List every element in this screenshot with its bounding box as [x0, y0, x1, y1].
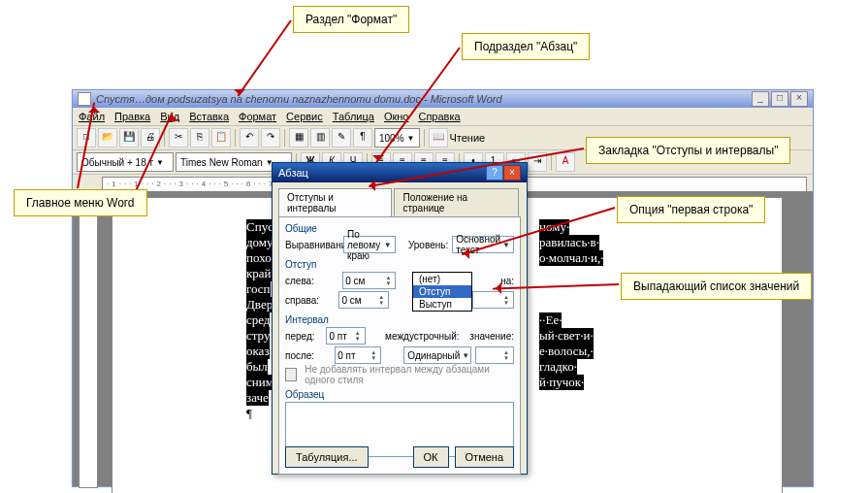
drawing-icon[interactable]: ✎: [332, 128, 351, 148]
menu-table[interactable]: Таблица: [333, 111, 374, 122]
copy-icon[interactable]: ⎘: [190, 128, 209, 148]
no-space-same-style-label: Не добавлять интервал между абзацами одн…: [305, 364, 514, 385]
spacing-before-spinner[interactable]: 0 пт▲▼: [326, 327, 365, 345]
selected-text: дому: [246, 235, 273, 250]
spacing-before-label: перед:: [285, 331, 322, 342]
selected-text: стру: [246, 328, 270, 344]
group-indent: Отступ слева: 0 см▲▼ первая строка: на: …: [285, 259, 514, 309]
menu-edit[interactable]: Правка: [114, 111, 150, 122]
line-spacing-at-spinner[interactable]: ▲▼: [475, 346, 514, 364]
word-titlebar: Спустя…дом podsuzatsya na chenomu naznaz…: [73, 90, 813, 108]
line-spacing-combo[interactable]: Одинарный▼: [403, 346, 471, 364]
open-icon[interactable]: 📂: [98, 128, 117, 148]
callout-main-menu: Главное меню Word: [14, 189, 147, 216]
menu-format[interactable]: Формат: [239, 111, 276, 122]
columns-icon[interactable]: ▥: [310, 128, 330, 148]
tabulation-button[interactable]: Табуляция...: [285, 446, 369, 468]
callout-indent-tab: Закладка "Отступы и интервалы": [586, 137, 790, 164]
save-icon[interactable]: 💾: [119, 128, 139, 148]
paragraph-mark: ¶: [246, 406, 252, 421]
group-preview-title: Образец: [285, 389, 514, 400]
vertical-ruler[interactable]: [79, 191, 98, 488]
close-button[interactable]: ×: [790, 91, 808, 107]
selected-text: сним: [246, 375, 273, 390]
level-label: Уровень:: [408, 240, 448, 250]
alignment-label: Выравнивание:: [285, 240, 339, 250]
word-title-text: Спустя…дом podsuzatsya na chenomu naznaz…: [96, 93, 502, 105]
spacing-after-label: после:: [285, 350, 331, 361]
selected-text: е·волосы,·: [539, 344, 594, 359]
cut-icon[interactable]: ✂: [169, 128, 188, 148]
dropdown-item-none[interactable]: (нет): [413, 273, 471, 285]
group-general-title: Общие: [285, 223, 514, 234]
menu-help[interactable]: Справка: [418, 111, 460, 122]
table-icon[interactable]: ▦: [289, 128, 308, 148]
menu-insert[interactable]: Вставка: [189, 111, 229, 122]
dropdown-item-hanging[interactable]: Выступ: [413, 298, 471, 311]
dialog-body: Общие Выравнивание: По левому краю▼ Уров…: [278, 216, 521, 475]
maximize-button[interactable]: □: [771, 91, 788, 107]
no-space-same-style-checkbox[interactable]: [285, 368, 297, 381]
selected-text: гладко·: [539, 359, 577, 375]
read-label: Чтение: [450, 132, 486, 144]
first-line-on-label: на:: [500, 276, 514, 286]
read-icon[interactable]: 📖: [429, 128, 448, 148]
paragraph-dialog: Абзац ? × Отступы и интервалы Положение …: [272, 162, 528, 475]
selected-text: й·пучок·: [539, 375, 584, 390]
spacing-after-spinner[interactable]: 0 пт▲▼: [335, 346, 381, 364]
first-line-dropdown-list[interactable]: (нет) Отступ Выступ: [412, 272, 472, 312]
callout-first-line-option: Опция "первая строка": [617, 196, 765, 223]
show-marks-icon[interactable]: ¶: [353, 128, 372, 148]
dialog-tabs: Отступы и интервалы Положение на страниц…: [278, 188, 521, 216]
tab-indents-spacing[interactable]: Отступы и интервалы: [278, 188, 392, 216]
selected-text: похо: [246, 250, 272, 266]
group-spacing: Интервал перед: 0 пт▲▼ междустрочный: зн…: [285, 314, 514, 383]
font-color-icon[interactable]: A: [556, 152, 575, 172]
dialog-title-text: Абзац: [278, 167, 308, 179]
selected-text: госп: [246, 281, 271, 297]
dialog-close-icon[interactable]: ×: [503, 165, 521, 181]
indent-right-label: справа:: [285, 295, 335, 306]
selected-text: ··Ее·: [539, 312, 562, 328]
selected-text: равилась·в·: [539, 235, 599, 250]
paste-icon[interactable]: 📋: [211, 128, 231, 148]
line-spacing-label: междустрочный:: [385, 331, 460, 342]
cancel-button[interactable]: Отмена: [455, 446, 514, 468]
indent-left-spinner[interactable]: 0 см▲▼: [342, 272, 396, 289]
line-spacing-value-label: значение:: [469, 331, 514, 342]
callout-dropdown-list: Выпадающий список значений: [621, 273, 812, 300]
redo-icon[interactable]: ↷: [261, 128, 280, 148]
indent-right-spinner[interactable]: 0 см▲▼: [338, 291, 389, 309]
selected-text: сред: [246, 312, 270, 328]
group-indent-title: Отступ: [285, 259, 514, 270]
tab-page-position[interactable]: Положение на странице: [394, 188, 519, 216]
selected-text: о·молчал·и,·: [539, 250, 603, 266]
selected-text: Двер: [246, 297, 273, 312]
callout-format-section: Раздел "Формат": [293, 6, 409, 33]
dropdown-item-indent[interactable]: Отступ: [413, 285, 471, 298]
undo-icon[interactable]: ↶: [240, 128, 259, 148]
word-menubar[interactable]: Файл Правка Вид Вставка Формат Сервис Та…: [73, 108, 813, 126]
minimize-button[interactable]: _: [752, 91, 769, 107]
dialog-help-icon[interactable]: ?: [486, 165, 503, 181]
ok-button[interactable]: ОК: [413, 446, 449, 468]
alignment-combo[interactable]: По левому краю▼: [343, 236, 396, 253]
group-spacing-title: Интервал: [285, 314, 514, 325]
selected-text: был: [246, 359, 268, 375]
indent-left-label: слева:: [285, 276, 338, 286]
selected-text: заче: [246, 390, 269, 406]
selected-text: ый·свет·и·: [539, 328, 594, 344]
selected-text: оказ: [246, 344, 270, 359]
style-combo[interactable]: Обычный + 18 т▼: [77, 152, 174, 172]
selected-text: край: [246, 266, 272, 281]
menu-tools[interactable]: Сервис: [286, 111, 323, 122]
callout-paragraph-subsection: Подраздел "Абзац": [462, 33, 590, 60]
selected-text: Спус: [246, 219, 273, 235]
